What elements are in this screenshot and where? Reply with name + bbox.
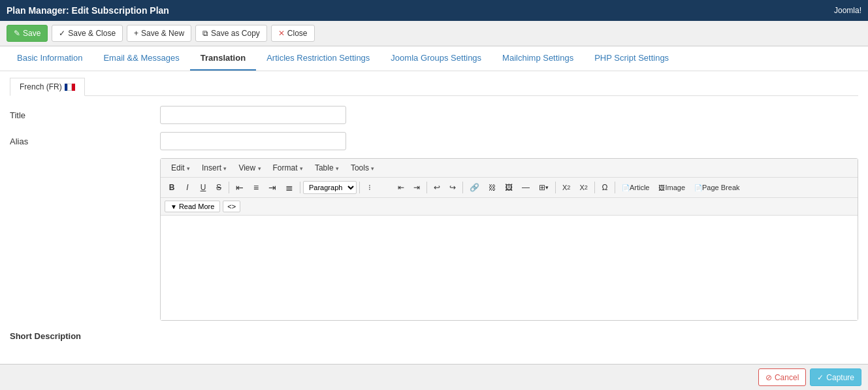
special-char-button[interactable]: Ω [598,181,612,194]
chevron-down-icon: ▾ [258,165,261,172]
editor-menu-edit[interactable]: Edit ▾ [166,161,195,174]
chevron-down-icon: ▾ [545,184,549,191]
editor-body[interactable] [161,216,858,320]
image-icon-button[interactable]: 🖼 [501,181,517,194]
code-button[interactable]: <> [223,201,240,212]
page-break-icon: 📄 [694,184,702,191]
editor-menu-bar: Edit ▾ Insert ▾ View ▾ Format ▾ Table ▾ … [161,159,858,178]
bullet-list-button[interactable]: ⁝ [362,181,377,194]
strikethrough-button[interactable]: S [212,181,226,194]
redo-button[interactable]: ↪ [445,181,460,194]
superscript-button[interactable]: X2 [575,182,591,193]
title-row: Title [10,106,858,124]
align-justify-button[interactable]: ≣ [281,180,297,195]
tab-php-script[interactable]: PHP Script Settings [584,46,679,71]
lang-tab-label: French (FR) [20,82,62,91]
check-icon: ✓ [59,29,65,38]
paragraph-select[interactable]: Paragraph [303,181,357,194]
bottom-bar: ⊘ Cancel ✓ Capture [0,364,868,390]
tab-basic-information[interactable]: Basic Information [7,46,93,71]
lang-tab-french[interactable]: French (FR) [10,78,85,96]
undo-button[interactable]: ↩ [430,181,444,194]
cancel-icon: ⊘ [765,373,772,382]
align-left-button[interactable]: ⇤ [232,180,248,195]
cancel-button[interactable]: ⊘ Cancel [758,368,806,386]
link-button[interactable]: 🔗 [466,181,483,194]
title-input[interactable] [160,106,346,124]
save-copy-button[interactable]: ⧉ Save as Copy [195,25,267,42]
divider [462,182,463,193]
copy-icon: ⧉ [202,29,208,38]
numbered-list-button[interactable]: ⁣ [378,181,393,194]
page-title: Plan Manager: Edit Subscription Plan [7,5,169,16]
chevron-down-icon: ▾ [223,165,227,172]
short-description-label: Short Description [10,329,160,341]
align-center-button[interactable]: ≡ [249,180,263,195]
plus-icon: + [134,29,138,38]
chevron-down-icon: ▾ [336,165,339,172]
alias-label: Alias [10,137,160,146]
divider [359,182,360,193]
save-icon: ✎ [14,29,20,38]
chevron-down-icon: ▾ [371,165,374,172]
french-flag [65,84,75,91]
chevron-down-icon: ▼ [170,203,177,210]
editor-toolbar-row2: ▼ Read More <> [161,198,858,216]
unlink-button[interactable]: ⛓ [485,182,500,193]
top-bar: Plan Manager: Edit Subscription Plan Joo… [0,0,868,21]
editor-menu-format[interactable]: Format ▾ [268,161,308,174]
tab-articles-restriction[interactable]: Articles Restriction Settings [256,46,380,71]
image-icon: 🖼 [658,184,665,191]
divider [426,182,427,193]
editor-wrapper: Edit ▾ Insert ▾ View ▾ Format ▾ Table ▾ … [160,158,858,321]
editor-toolbar-row1: B I U S ⇤ ≡ ⇥ ≣ Paragraph ⁝ ⁣ ⇤ ⇥ ↩ ↪ 🔗 … [161,178,858,198]
title-label: Title [10,110,160,120]
tab-joomla-groups[interactable]: Joomla Groups Settings [380,46,492,71]
chevron-down-icon: ▾ [300,165,303,172]
italic-button[interactable]: I [180,181,195,194]
alias-row: Alias [10,132,858,150]
editor-menu-tools[interactable]: Tools ▾ [346,161,379,174]
editor-menu-insert[interactable]: Insert ▾ [197,161,232,174]
editor-menu-table[interactable]: Table ▾ [310,161,344,174]
table-button[interactable]: ⊞ ▾ [535,181,553,194]
divider [615,182,615,193]
divider [229,182,229,193]
tab-bar: Basic Information Email && Messages Tran… [0,46,868,71]
chevron-down-icon: ▾ [187,165,190,172]
check-icon: ✓ [817,373,824,382]
bold-button[interactable]: B [165,181,179,194]
tab-email-messages[interactable]: Email && Messages [93,46,189,71]
decrease-indent-button[interactable]: ⇤ [394,181,408,194]
hr-button[interactable]: — [518,181,534,194]
divider [300,182,300,193]
divider [555,182,556,193]
tab-translation[interactable]: Translation [190,46,256,71]
editor-menu-view[interactable]: View ▾ [233,161,266,174]
increase-indent-button[interactable]: ⇥ [410,181,424,194]
content-area: French (FR) Title Alias Edit ▾ Insert ▾ [0,71,868,390]
save-close-button[interactable]: ✓ Save & Close [52,25,123,42]
read-more-button[interactable]: ▼ Read More [165,201,220,212]
article-button[interactable]: 📄 Article [618,182,654,193]
close-button[interactable]: ✕ Close [271,25,315,42]
subscript-button[interactable]: X2 [558,182,574,193]
underline-button[interactable]: U [196,181,210,194]
divider [594,182,595,193]
alias-input[interactable] [160,132,346,150]
tab-mailchimp[interactable]: Mailchimp Settings [492,46,584,71]
x-icon: ✕ [278,29,285,38]
article-icon: 📄 [622,184,630,191]
save-button[interactable]: ✎ Save [7,25,48,42]
page-break-button[interactable]: 📄 Page Break [690,182,743,193]
image-button[interactable]: 🖼 Image [654,182,689,193]
joomla-logo: Joomla! [834,6,861,15]
save-new-button[interactable]: + Save & New [127,25,191,42]
align-right-button[interactable]: ⇥ [265,180,280,195]
main-toolbar: ✎ Save ✓ Save & Close + Save & New ⧉ Sav… [0,21,868,46]
short-description-row: Short Description [10,329,858,341]
language-tabs: French (FR) [10,78,858,96]
capture-button[interactable]: ✓ Capture [810,368,861,386]
